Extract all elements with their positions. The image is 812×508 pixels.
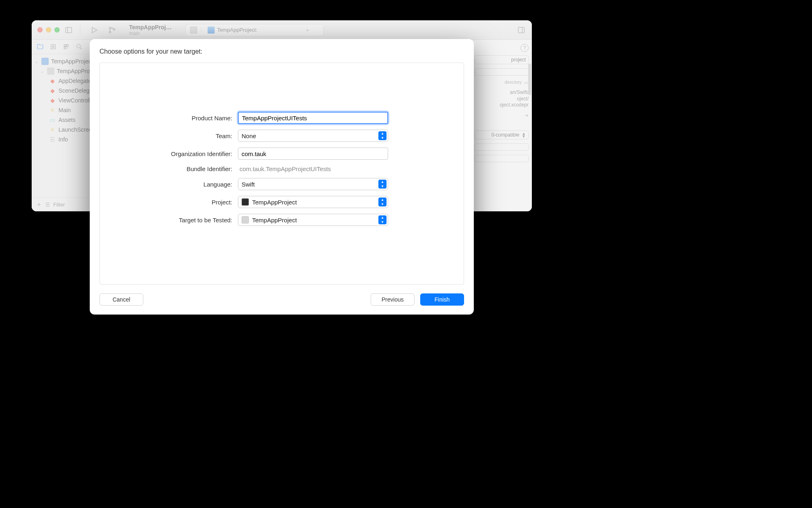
team-value: None [242, 132, 256, 139]
svg-rect-6 [518, 27, 525, 33]
project-value: TempAppProject [252, 199, 297, 206]
svg-rect-0 [66, 27, 72, 33]
swift-file-icon: ◆ [49, 77, 56, 85]
folder-icon [47, 67, 54, 75]
sheet-title: Choose options for your new target: [99, 48, 464, 55]
stepper-icon: ▲▼ [522, 132, 526, 138]
filter-scope-icon[interactable]: ☰ [45, 202, 50, 208]
file-name: Info [58, 136, 68, 143]
product-name-input[interactable] [238, 112, 388, 124]
add-file-icon[interactable]: ＋ [36, 200, 42, 209]
titlebar: TempAppProj… main 〉 TempAppProject: ＋ [32, 20, 532, 40]
inspector-panel: ? project directory ▭ an/Swift/ oject/ o… [471, 40, 532, 211]
app-target-icon [242, 216, 249, 224]
plist-file-icon: ☰ [49, 136, 56, 143]
cancel-button[interactable]: Cancel [99, 293, 143, 306]
bundle-id-value: com.tauk.TempAppProjectUITests [238, 165, 388, 172]
org-id-label: Organization Identifier: [100, 150, 238, 157]
inspector-path: oject/ [475, 96, 529, 102]
dropdown-stepper-icon: ▲▼ [378, 198, 387, 206]
toggle-navigator-icon[interactable] [64, 25, 73, 35]
run-button[interactable] [89, 25, 99, 35]
project-icon [41, 58, 49, 65]
divider [80, 24, 80, 36]
dropdown-stepper-icon: ▲▼ [378, 131, 387, 140]
svg-point-15 [77, 44, 80, 48]
inspector-blank-field[interactable] [475, 155, 529, 162]
sheet-footer: Cancel Previous Finish [99, 284, 464, 306]
inspector-format-field[interactable]: 0-compatible ▲▼ [475, 130, 529, 139]
file-name: AppDelegate [58, 78, 91, 84]
project-label: Project: [100, 199, 238, 206]
file-name: Assets [58, 117, 76, 123]
storyboard-file-icon: ✕ [49, 126, 56, 133]
project-select[interactable]: TempAppProject ▲▼ [238, 196, 388, 208]
svg-line-16 [80, 48, 82, 49]
target-label: Target to be Tested: [100, 217, 238, 224]
minimize-window-button[interactable] [46, 27, 51, 33]
chevron-right-icon: 〉 [200, 26, 205, 34]
language-select[interactable]: Swift ▲▼ [238, 178, 388, 190]
scrollbar-thumb[interactable] [528, 63, 531, 95]
inspector-name-field[interactable]: project [475, 55, 529, 64]
team-select[interactable]: None ▲▼ [238, 130, 388, 142]
language-label: Language: [100, 181, 238, 188]
project-name: TempAppProject [51, 58, 93, 65]
assets-file-icon: ▭ [49, 116, 56, 124]
svg-rect-12 [67, 45, 69, 47]
folder-navigator-icon[interactable] [37, 43, 44, 50]
disclosure-triangle-icon[interactable]: ⌄ [35, 59, 39, 64]
inspector-location-field[interactable] [475, 68, 529, 76]
language-value: Swift [242, 181, 255, 188]
new-target-sheet: Choose options for your new target: Prod… [90, 39, 474, 315]
bundle-id-label: Bundle Identifier: [100, 165, 238, 172]
window-controls [37, 27, 60, 33]
svg-point-3 [109, 27, 111, 28]
inspector-format-value: 0-compatible [491, 132, 519, 138]
search-navigator-icon[interactable] [76, 43, 83, 50]
svg-rect-13 [64, 47, 66, 49]
scheme-selector[interactable]: TempAppProj… main [124, 23, 177, 37]
project-tiny-icon [190, 26, 197, 34]
org-id-input[interactable] [238, 148, 388, 160]
add-tab-icon[interactable]: ＋ [305, 26, 310, 34]
branch-icon[interactable] [107, 25, 117, 35]
breadcrumb-text: TempAppProject: [217, 27, 257, 33]
product-name-label: Product Name: [100, 115, 238, 122]
toggle-inspector-icon[interactable] [516, 25, 526, 35]
app-tiny-icon [207, 26, 215, 34]
svg-marker-2 [92, 27, 97, 33]
file-name: Main [58, 107, 71, 113]
scheme-branch: main [129, 30, 172, 36]
disclosure-triangle-icon[interactable]: ⌄ [41, 69, 45, 74]
zoom-window-button[interactable] [54, 27, 60, 33]
sheet-body: Product Name: Team: None ▲▼ Organization… [99, 63, 464, 284]
inspector-path: oject.xcodepr [475, 102, 529, 109]
scheme-title: TempAppProj… [129, 24, 172, 30]
svg-point-4 [109, 31, 111, 33]
dropdown-stepper-icon: ▲▼ [378, 215, 387, 224]
inspector-blank-field[interactable] [475, 143, 529, 151]
finish-button[interactable]: Finish [420, 293, 464, 306]
swift-file-icon: ◆ [49, 97, 56, 104]
swift-file-icon: ◆ [49, 87, 56, 94]
team-label: Team: [100, 132, 238, 139]
close-window-button[interactable] [37, 27, 43, 33]
activity-viewer[interactable]: 〉 TempAppProject: ＋ [186, 24, 324, 36]
inspector-location-label: directory [505, 80, 522, 85]
dropdown-stepper-icon: ▲▼ [378, 180, 387, 189]
source-control-navigator-icon[interactable] [50, 43, 57, 50]
project-icon [242, 198, 249, 206]
target-select[interactable]: TempAppProject ▲▼ [238, 214, 388, 226]
previous-button[interactable]: Previous [371, 293, 415, 306]
inspector-path: an/Swift/ [475, 89, 529, 96]
symbol-navigator-icon[interactable] [63, 43, 70, 50]
target-value: TempAppProject [252, 217, 297, 224]
storyboard-file-icon: ✕ [49, 106, 56, 114]
reveal-arrow-icon[interactable]: ➜ [525, 113, 529, 118]
help-icon[interactable]: ? [520, 44, 529, 52]
svg-rect-11 [64, 45, 66, 47]
